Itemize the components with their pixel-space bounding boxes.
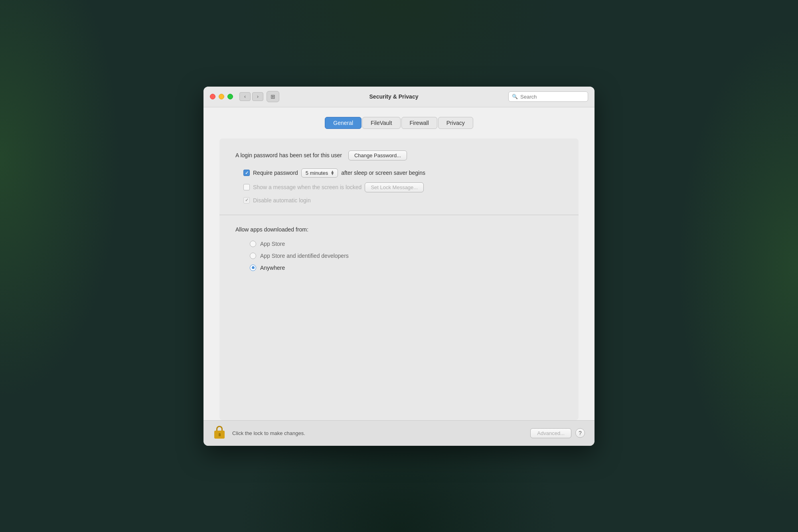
require-password-suffix: after sleep or screen saver begins <box>341 170 425 176</box>
system-preferences-window: ‹ › ⊞ Security & Privacy 🔍 General FileV… <box>203 87 595 446</box>
back-icon: ‹ <box>244 94 246 99</box>
radio-app-store-label: App Store <box>260 241 285 247</box>
show-message-label: Show a message when the screen is locked <box>253 184 361 190</box>
disable-autologin-checkbox[interactable] <box>243 197 250 204</box>
radio-app-store[interactable]: App Store <box>250 241 563 247</box>
radio-app-store-identified[interactable]: App Store and identified developers <box>250 253 563 259</box>
dropdown-value: 5 minutes <box>306 170 328 176</box>
back-button[interactable]: ‹ <box>239 92 251 101</box>
show-message-checkbox[interactable] <box>243 184 250 190</box>
radio-anywhere-label: Anywhere <box>260 265 285 271</box>
help-button[interactable]: ? <box>575 428 585 438</box>
tab-firewall[interactable]: Firewall <box>401 117 437 129</box>
change-password-button[interactable]: Change Password... <box>348 150 407 160</box>
download-source-radio-group: App Store App Store and identified devel… <box>250 241 563 271</box>
radio-app-store-identified-button[interactable] <box>250 253 256 259</box>
radio-anywhere[interactable]: Anywhere <box>250 265 563 271</box>
bottom-buttons: Advanced... ? <box>530 428 585 438</box>
grid-button[interactable]: ⊞ <box>267 91 279 102</box>
require-password-label: Require password <box>253 170 298 176</box>
radio-anywhere-indicator <box>252 266 255 269</box>
radio-anywhere-button[interactable] <box>250 265 256 271</box>
section-divider <box>219 215 579 215</box>
require-password-row: Require password 5 minutes ▲ ▼ after sle… <box>243 168 563 178</box>
content-area: General FileVault Firewall Privacy A log… <box>203 107 595 420</box>
radio-app-store-button[interactable] <box>250 241 256 247</box>
search-icon: 🔍 <box>512 94 518 99</box>
lock-shackle <box>216 426 223 431</box>
disable-autologin-label: Disable automatic login <box>253 197 311 204</box>
forward-button[interactable]: › <box>252 92 263 101</box>
bottom-bar: Click the lock to make changes. Advanced… <box>203 420 595 446</box>
minimize-button[interactable] <box>219 94 224 99</box>
general-panel: A login password has been set for this u… <box>219 138 579 420</box>
advanced-button[interactable]: Advanced... <box>530 428 571 438</box>
window-title: Security & Privacy <box>279 93 508 100</box>
radio-app-store-identified-label: App Store and identified developers <box>260 253 349 259</box>
search-bar[interactable]: 🔍 <box>508 91 588 102</box>
tab-privacy[interactable]: Privacy <box>438 117 473 129</box>
search-input[interactable] <box>520 94 585 100</box>
tab-general[interactable]: General <box>325 117 361 129</box>
require-password-checkbox[interactable] <box>243 170 250 176</box>
forward-icon: › <box>257 94 259 99</box>
show-message-row: Show a message when the screen is locked… <box>243 182 563 192</box>
tabs-bar: General FileVault Firewall Privacy <box>219 117 579 129</box>
maximize-button[interactable] <box>227 94 233 99</box>
close-button[interactable] <box>210 94 215 99</box>
lock-message: Click the lock to make changes. <box>232 430 524 436</box>
lock-icon[interactable] <box>213 426 226 440</box>
grid-icon: ⊞ <box>271 93 275 100</box>
disable-autologin-row: Disable automatic login <box>243 197 563 204</box>
titlebar: ‹ › ⊞ Security & Privacy 🔍 <box>203 87 595 107</box>
password-status-label: A login password has been set for this u… <box>235 152 342 158</box>
dropdown-arrow-icon: ▲ ▼ <box>330 170 334 175</box>
nav-buttons: ‹ › <box>239 92 263 101</box>
tab-filevault[interactable]: FileVault <box>362 117 400 129</box>
lock-keyhole <box>219 433 221 436</box>
set-lock-message-button[interactable]: Set Lock Message... <box>365 182 424 192</box>
allow-apps-heading: Allow apps downloaded from: <box>235 226 563 233</box>
password-status-row: A login password has been set for this u… <box>235 150 563 160</box>
traffic-lights <box>210 94 233 99</box>
password-time-dropdown[interactable]: 5 minutes ▲ ▼ <box>301 168 338 178</box>
lock-body <box>214 431 225 439</box>
